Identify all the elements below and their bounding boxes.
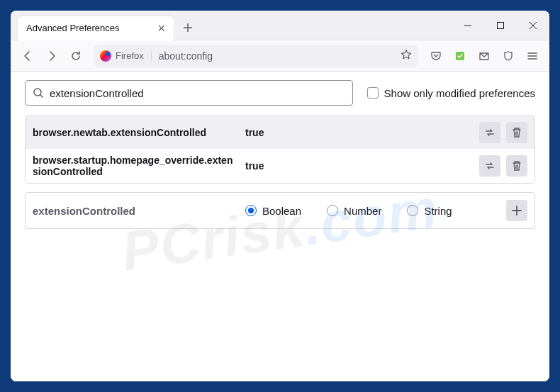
back-button[interactable] <box>16 45 39 67</box>
maximize-button[interactable] <box>484 11 517 40</box>
search-input[interactable] <box>50 87 345 99</box>
toggle-button[interactable] <box>479 155 500 177</box>
inbox-icon[interactable] <box>473 45 495 67</box>
radio-boolean[interactable]: Boolean <box>245 205 301 217</box>
firefox-icon <box>100 50 111 62</box>
pref-value: true <box>245 127 479 138</box>
radio-string[interactable]: String <box>407 205 452 217</box>
close-button[interactable] <box>517 11 549 40</box>
radio-number[interactable]: Number <box>327 205 381 217</box>
extension-icon[interactable] <box>449 45 471 67</box>
browser-window: Advanced Preferences × Firefox about:con… <box>11 11 549 381</box>
titlebar: Advanced Preferences × <box>11 11 549 40</box>
bookmark-star-icon[interactable] <box>401 49 412 62</box>
show-modified-label: Show only modified preferences <box>384 87 535 99</box>
search-row: Show only modified preferences <box>25 80 535 106</box>
type-radios: Boolean Number String <box>245 205 506 217</box>
url-text: about:config <box>152 50 401 62</box>
hamburger-menu-icon[interactable] <box>521 45 544 67</box>
delete-button[interactable] <box>506 122 527 143</box>
show-modified-toggle[interactable]: Show only modified preferences <box>367 87 535 99</box>
toggle-button[interactable] <box>479 122 500 143</box>
new-tab-button[interactable] <box>178 18 198 38</box>
pref-actions <box>479 122 527 143</box>
pocket-icon[interactable] <box>425 45 447 67</box>
delete-button[interactable] <box>506 155 527 177</box>
prefs-table: browser.newtab.extensionControlled true … <box>25 116 535 184</box>
identity-label: Firefox <box>116 50 144 61</box>
toolbar: Firefox about:config <box>11 40 549 72</box>
minimize-button[interactable] <box>452 11 484 40</box>
radio-icon <box>327 205 338 216</box>
search-box[interactable] <box>25 80 353 106</box>
svg-rect-0 <box>498 22 504 28</box>
radio-icon <box>407 205 418 216</box>
pref-actions <box>479 155 527 177</box>
about-config-content: PCrisk.com Show only modified preference… <box>11 72 549 381</box>
tab-advanced-preferences[interactable]: Advanced Preferences × <box>18 16 174 40</box>
search-icon <box>33 87 44 99</box>
url-bar[interactable]: Firefox about:config <box>94 45 418 67</box>
pref-row[interactable]: browser.newtab.extensionControlled true <box>26 116 534 149</box>
checkbox-icon[interactable] <box>367 87 379 99</box>
new-pref-row: extensionControlled Boolean Number Strin… <box>25 192 535 229</box>
pref-row[interactable]: browser.startup.homepage_override.extens… <box>26 149 534 183</box>
new-pref-name: extensionControlled <box>33 205 245 217</box>
pref-name: browser.newtab.extensionControlled <box>33 127 245 138</box>
protection-icon[interactable] <box>497 45 520 67</box>
tab-title: Advanced Preferences <box>26 23 120 33</box>
add-button[interactable] <box>506 200 527 221</box>
identity-box[interactable]: Firefox <box>100 50 152 62</box>
window-controls <box>452 11 549 40</box>
pref-name: browser.startup.homepage_override.extens… <box>33 155 245 177</box>
close-icon[interactable]: × <box>157 22 165 35</box>
reload-button[interactable] <box>65 45 87 67</box>
radio-icon <box>245 205 257 216</box>
forward-button[interactable] <box>40 45 63 67</box>
pref-value: true <box>245 160 479 172</box>
